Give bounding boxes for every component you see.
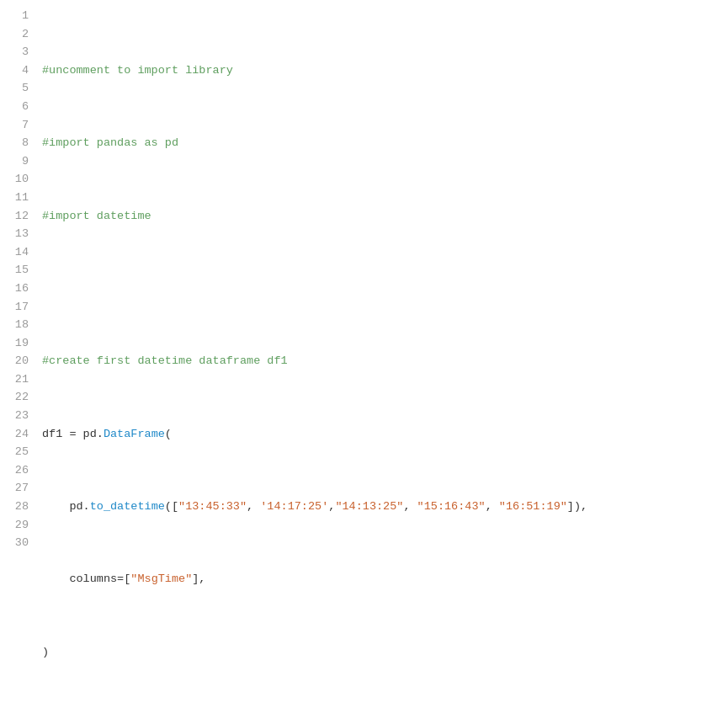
ln-8: 8 bbox=[7, 134, 29, 152]
code-area[interactable]: #uncomment to import library #import pan… bbox=[35, 7, 728, 703]
code-line-6: df1 = pd.DataFrame( bbox=[42, 425, 721, 444]
code-line-9: ) bbox=[42, 643, 721, 662]
ln-5: 5 bbox=[7, 79, 29, 98]
code-line-3: #import datetime bbox=[42, 207, 721, 226]
code-line-1: #uncomment to import library bbox=[42, 61, 721, 80]
ln-23: 23 bbox=[7, 407, 29, 425]
ln-24: 24 bbox=[7, 425, 29, 444]
ln-29: 29 bbox=[7, 516, 29, 535]
ln-14: 14 bbox=[7, 243, 29, 262]
ln-1: 1 bbox=[7, 7, 29, 25]
ln-25: 25 bbox=[7, 443, 29, 461]
ln-18: 18 bbox=[7, 316, 29, 334]
code-editor: 1 2 3 4 5 6 7 8 9 10 11 12 13 14 15 16 1… bbox=[0, 0, 728, 703]
ln-11: 11 bbox=[7, 189, 29, 207]
code-line-2: #import pandas as pd bbox=[42, 134, 721, 152]
ln-21: 21 bbox=[7, 370, 29, 389]
ln-27: 27 bbox=[7, 479, 29, 498]
ln-9: 9 bbox=[7, 152, 29, 171]
ln-22: 22 bbox=[7, 388, 29, 407]
ln-7: 7 bbox=[7, 116, 29, 135]
code-line-4 bbox=[42, 280, 721, 298]
ln-3: 3 bbox=[7, 43, 29, 61]
code-line-8: columns=["MsgTime"], bbox=[42, 570, 721, 588]
ln-16: 16 bbox=[7, 280, 29, 298]
ln-4: 4 bbox=[7, 61, 29, 80]
ln-19: 19 bbox=[7, 334, 29, 353]
code-line-5: #create first datetime dataframe df1 bbox=[42, 352, 721, 370]
code-line-7: pd.to_datetime(["13:45:33", '14:17:25',"… bbox=[42, 498, 721, 516]
ln-12: 12 bbox=[7, 207, 29, 226]
ln-30: 30 bbox=[7, 534, 29, 552]
ln-15: 15 bbox=[7, 261, 29, 280]
ln-20: 20 bbox=[7, 352, 29, 370]
ln-26: 26 bbox=[7, 461, 29, 480]
ln-17: 17 bbox=[7, 298, 29, 317]
line-number-gutter: 1 2 3 4 5 6 7 8 9 10 11 12 13 14 15 16 1… bbox=[0, 7, 35, 703]
ln-6: 6 bbox=[7, 98, 29, 116]
ln-13: 13 bbox=[7, 225, 29, 243]
ln-28: 28 bbox=[7, 498, 29, 516]
ln-2: 2 bbox=[7, 25, 29, 44]
ln-10: 10 bbox=[7, 170, 29, 189]
